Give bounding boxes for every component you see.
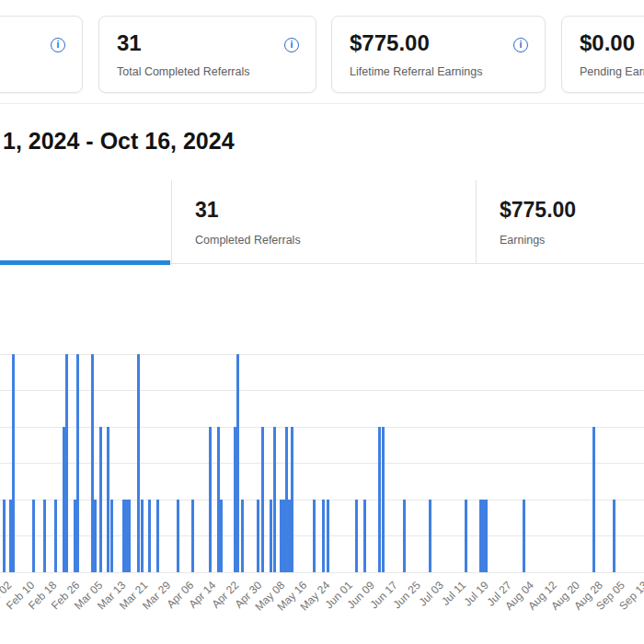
x-axis-label: Jul 03	[416, 579, 446, 609]
bar	[485, 500, 488, 572]
bar	[110, 500, 113, 572]
bar	[137, 354, 140, 572]
tab-label: Earnings	[500, 234, 545, 247]
bar	[355, 500, 358, 572]
bar	[32, 500, 35, 572]
bar	[363, 500, 366, 572]
bar	[12, 354, 15, 572]
gridline	[0, 427, 644, 428]
referrals-bar-chart	[0, 354, 644, 572]
tab-earnings[interactable]: $775.00 Earnings	[477, 180, 644, 263]
bar	[382, 427, 385, 572]
bar	[220, 500, 223, 572]
stat-value: 31	[117, 30, 142, 56]
bar	[257, 500, 259, 572]
bar	[148, 500, 151, 572]
gridline	[0, 390, 644, 391]
tab-completed-referrals[interactable]: 31 Completed Referrals	[172, 180, 476, 263]
stat-label: Pending Earnings	[580, 65, 644, 78]
stat-label: Lifetime Referral Earnings	[350, 65, 483, 78]
bar	[403, 500, 406, 572]
bar	[43, 500, 46, 572]
bar	[3, 500, 6, 572]
bar	[378, 427, 381, 572]
bar	[76, 354, 79, 572]
bar	[107, 427, 109, 572]
bar	[270, 500, 272, 572]
tab-label: Completed Referrals	[195, 234, 301, 247]
tab-first-active[interactable]	[0, 180, 171, 263]
bar	[156, 500, 159, 572]
stat-label: Total Completed Referrals	[117, 65, 250, 78]
stat-card-total-completed-referrals: 31 Total Completed Referrals i	[98, 16, 316, 93]
stat-card-partial: i	[0, 16, 83, 93]
tab-value: $775.00	[500, 198, 576, 223]
bar	[465, 500, 467, 572]
bar	[128, 500, 131, 572]
gridline	[0, 354, 644, 355]
date-range-heading: 1, 2024 - Oct 16, 2024	[3, 128, 235, 155]
stat-value: $0.00	[580, 30, 635, 56]
x-axis: Feb 02Feb 10Feb 18Feb 26Mar 05Mar 13Mar …	[0, 579, 644, 644]
stat-card-pending-earnings: $0.00 Pending Earnings	[561, 16, 644, 93]
bar	[592, 427, 595, 572]
x-axis-label: Jul 19	[461, 579, 491, 609]
bar	[65, 354, 68, 572]
bar	[241, 500, 244, 572]
bar	[94, 500, 97, 572]
bar	[523, 500, 525, 572]
info-icon[interactable]: i	[513, 38, 528, 52]
stats-tab-bar: 31 Completed Referrals $775.00 Earnings	[0, 180, 644, 264]
bar	[261, 427, 264, 572]
active-tab-indicator	[0, 260, 170, 265]
bar	[313, 500, 316, 572]
bar	[236, 354, 239, 572]
bar	[273, 427, 276, 572]
gridline	[0, 463, 644, 464]
bar	[209, 427, 212, 572]
info-icon[interactable]: i	[51, 38, 65, 52]
stat-value: $775.00	[350, 30, 430, 56]
bar	[99, 427, 102, 572]
stat-card-lifetime-referral-earnings: $775.00 Lifetime Referral Earnings i	[331, 16, 546, 93]
bar	[613, 500, 615, 572]
bar	[291, 427, 293, 572]
bar	[141, 500, 144, 572]
section-divider	[0, 103, 644, 104]
bar	[327, 500, 329, 572]
bar	[322, 500, 325, 572]
bar	[191, 500, 194, 572]
x-axis-label: Jul 11	[439, 579, 468, 608]
tab-value: 31	[195, 198, 219, 223]
bar	[429, 500, 431, 572]
bar	[54, 500, 57, 572]
bar	[177, 500, 179, 572]
info-icon[interactable]: i	[284, 38, 299, 52]
